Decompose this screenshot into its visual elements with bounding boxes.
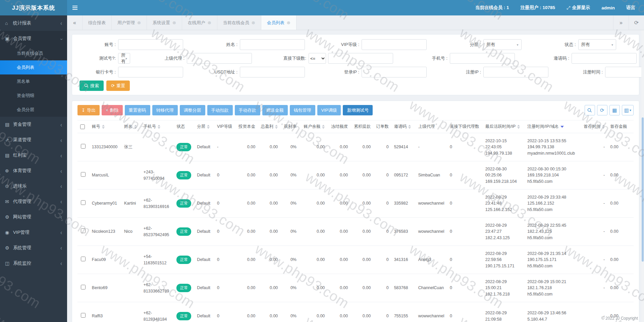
row-checkbox[interactable]: [81, 172, 86, 177]
tabs-scroll-left-button[interactable]: «: [67, 15, 83, 30]
column-header-account[interactable]: 账号: [89, 120, 121, 133]
direct-subordinates-operator-select[interactable]: <=: [309, 53, 326, 64]
delete-button[interactable]: ×删除: [102, 105, 123, 115]
real-name-input[interactable]: [240, 39, 305, 50]
column-header-phone[interactable]: 手机号: [141, 120, 174, 133]
sidebar-item-sports-management[interactable]: ⊕体育管理‹: [0, 163, 67, 178]
tabs-refresh-button[interactable]: ⟳: [629, 15, 644, 30]
manual-deposit-button[interactable]: 手动存款: [235, 105, 260, 115]
tab-在线用户[interactable]: 在线用户⊗: [182, 15, 217, 30]
sidebar-subitem[interactable]: 黑名单: [0, 74, 67, 89]
column-header-invite[interactable]: 邀请码: [391, 120, 416, 133]
wallet-management-button[interactable]: 钱包管理: [290, 105, 315, 115]
phone-input[interactable]: [450, 53, 515, 64]
column-header-profit[interactable]: 总盈利: [258, 120, 280, 133]
direct-subordinates-input[interactable]: [328, 53, 393, 64]
login-ip-input[interactable]: [362, 67, 427, 77]
add-test-account-button[interactable]: 新增测试号: [343, 105, 373, 115]
column-header-rate[interactable]: 获利率: [280, 120, 299, 133]
register-ip-input[interactable]: [483, 67, 548, 77]
tab-close-icon[interactable]: ⊗: [208, 20, 211, 25]
parent-agent-input[interactable]: [187, 53, 252, 64]
usdt-address-input[interactable]: [240, 67, 305, 77]
tab-综合报表[interactable]: 综合报表: [83, 15, 112, 30]
export-button[interactable]: ↧导出: [77, 105, 100, 115]
search-button[interactable]: 搜索: [79, 80, 104, 91]
row-checkbox[interactable]: [81, 285, 86, 289]
sidebar-item-vip-management[interactable]: ◉VIP管理‹: [0, 225, 67, 240]
column-header-status[interactable]: 状态: [174, 120, 194, 133]
sidebar-item-funds-management[interactable]: ▤资金管理‹: [0, 117, 67, 132]
row-checkbox[interactable]: [81, 144, 86, 149]
register-time-input[interactable]: [605, 67, 644, 77]
status-select[interactable]: 所有▾: [578, 39, 616, 50]
sidebar-item-channel-management[interactable]: ⇗渠道管理‹: [0, 132, 67, 148]
column-header-name[interactable]: 姓名: [121, 120, 141, 133]
sidebar-item-member-management[interactable]: ▣会员管理‹: [0, 31, 67, 46]
sidebar-subitem[interactable]: 会员分层: [0, 103, 67, 117]
sidebar-item-bonus-treasure[interactable]: ▤红利宝‹: [0, 148, 67, 163]
sidebar-subitem[interactable]: 会员列表: [0, 60, 67, 74]
admin-menu[interactable]: admin: [601, 5, 615, 10]
transfer-agent-button[interactable]: 转移代理: [152, 105, 178, 115]
invite-code-input[interactable]: [572, 53, 637, 64]
tab-close-icon[interactable]: ⊗: [172, 20, 176, 25]
tab-当前在线会员[interactable]: 当前在线会员⊗: [217, 15, 261, 30]
tab-close-icon[interactable]: ⊗: [287, 20, 290, 25]
column-header-balance[interactable]: 账户余额: [299, 120, 327, 133]
table-columns-button[interactable]: ▥ ▾: [622, 105, 634, 115]
row-checkbox[interactable]: [81, 257, 86, 261]
vertical-scrollbar[interactable]: [641, 30, 644, 322]
gift-amount-button[interactable]: 赠送金额: [262, 105, 288, 115]
sidebar-item-system-management[interactable]: ⚙系统管理‹: [0, 240, 67, 256]
sidebar-item-website-management[interactable]: ⚙网站管理‹: [0, 209, 67, 225]
bank-card-input[interactable]: [118, 67, 183, 77]
manual-deduct-button[interactable]: 手动扣款: [207, 105, 233, 115]
column-header-agent[interactable]: 上级代理: [416, 120, 447, 133]
table-export-view-button[interactable]: ▦: [609, 105, 620, 115]
tab-close-icon[interactable]: ⊗: [137, 20, 141, 25]
column-header-check[interactable]: [77, 120, 89, 133]
row-checkbox[interactable]: [81, 200, 86, 205]
fullscreen-button[interactable]: ⤢ 全屏显示: [567, 5, 590, 11]
tabs-scroll-right-button[interactable]: »: [613, 15, 629, 30]
row-checkbox[interactable]: [81, 228, 86, 233]
table-row: 13312340000张三正常Default-0.000.000%0.000.0…: [77, 133, 634, 161]
sidebar-subitem[interactable]: 资金明细: [0, 89, 67, 103]
sidebar-item-system-monitor[interactable]: ◫系统监控‹: [0, 256, 67, 271]
sidebar-item-agency-management[interactable]: ✉代理管理‹: [0, 194, 67, 209]
adjust-layer-button[interactable]: 调整分层: [180, 105, 205, 115]
column-header-active[interactable]: 最后活跃时间/IP: [483, 120, 525, 133]
table-refresh-button[interactable]: ⟳: [597, 105, 607, 115]
tab-close-icon[interactable]: ⊗: [252, 20, 255, 25]
column-header-withdraw[interactable]: 累积提款: [351, 120, 373, 133]
column-header-orders[interactable]: 订单数: [373, 120, 391, 133]
tab-系统设置[interactable]: 系统设置⊗: [147, 15, 182, 30]
column-header-layer[interactable]: 分层: [194, 120, 214, 133]
account-input[interactable]: [118, 39, 183, 50]
column-header-fda[interactable]: 首存金额: [607, 120, 634, 133]
row-checkbox[interactable]: [81, 313, 86, 318]
sidebar-toggle-button[interactable]: [67, 0, 83, 15]
column-header-subs[interactable]: 直接下级代理数: [447, 120, 483, 133]
vip-level-input[interactable]: [362, 39, 427, 50]
table-search-button[interactable]: [585, 105, 595, 115]
tab-用户管理[interactable]: 用户管理⊗: [112, 15, 147, 30]
layer-select[interactable]: 所有▾: [483, 39, 522, 50]
column-header-vip[interactable]: VIP等级: [214, 120, 235, 133]
sidebar-subitem[interactable]: 当前在线会员: [0, 46, 67, 60]
reset-password-button[interactable]: 重置密码: [125, 105, 150, 115]
column-header-reg[interactable]: 注册时间/IP/域名: [525, 120, 579, 133]
tab-会员列表[interactable]: 会员列表⊗: [261, 15, 297, 30]
scrollbar-thumb[interactable]: [642, 117, 644, 262]
column-header-capital[interactable]: 投资本金: [235, 120, 258, 133]
column-header-frozen[interactable]: 冻结额度: [327, 120, 351, 133]
reset-button[interactable]: ⟳ 重置: [106, 80, 130, 91]
sidebar-item-goal-fun[interactable]: ⊙进球乐‹: [0, 178, 67, 194]
test-account-select[interactable]: 所有▾: [118, 53, 130, 64]
select-all-checkbox[interactable]: [80, 124, 85, 129]
language-menu[interactable]: 语言: [626, 5, 635, 11]
column-header-fdt[interactable]: 首存时间: [579, 120, 607, 133]
vip-adjust-button[interactable]: VIP调级: [317, 105, 341, 115]
sidebar-item-stats-report[interactable]: ⌂统计报表‹: [0, 15, 67, 31]
